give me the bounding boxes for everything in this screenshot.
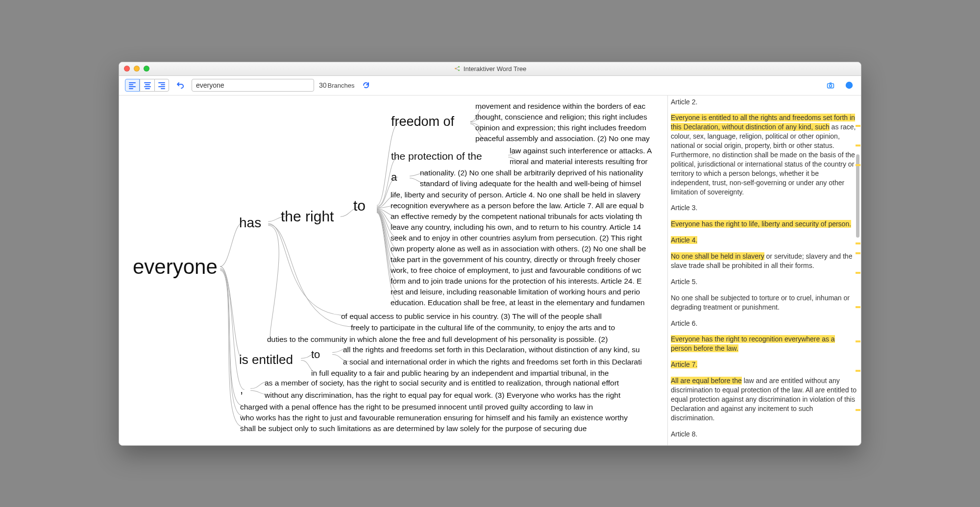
tree-node-a[interactable]: a bbox=[391, 171, 397, 184]
branches-indicator: 30 Branches bbox=[319, 81, 355, 89]
tree-root[interactable]: everyone bbox=[133, 255, 218, 279]
highlighted-text: All are equal before the bbox=[671, 377, 742, 385]
article-heading: Article 2. bbox=[671, 97, 857, 107]
tree-leaf[interactable]: in full equality to a fair and public he… bbox=[311, 369, 609, 378]
align-center-button[interactable] bbox=[140, 79, 154, 92]
info-button[interactable] bbox=[843, 79, 855, 91]
tree-leaf[interactable]: movement and residence within the border… bbox=[475, 102, 645, 111]
snapshot-button[interactable] bbox=[825, 79, 836, 91]
tree-node-to2[interactable]: to bbox=[311, 348, 320, 361]
tree-leaf[interactable]: seek and to enjoy in other countries asy… bbox=[391, 234, 642, 242]
tree-leaf[interactable]: without any discrimination, has the righ… bbox=[265, 391, 620, 400]
tree-leaf[interactable]: charged with a penal offence has the rig… bbox=[240, 403, 593, 411]
svg-point-4 bbox=[830, 85, 832, 87]
tree-node-is-entitled[interactable]: is entitled bbox=[239, 352, 293, 367]
word-tree-pane[interactable]: everyone has the right to freedom of the… bbox=[119, 96, 667, 445]
tree-leaf[interactable]: rest and leisure, including reasonable l… bbox=[391, 288, 640, 296]
tree-node-freedom-of[interactable]: freedom of bbox=[391, 114, 454, 129]
tree-leaf[interactable]: shall be subject only to such limitation… bbox=[240, 424, 587, 433]
svg-point-7 bbox=[849, 83, 850, 84]
toolbar: 30 Branches bbox=[119, 76, 861, 96]
tree-leaf[interactable]: work, to free choice of employment, to j… bbox=[391, 266, 641, 275]
window-titlebar: Interaktiver Word Tree bbox=[119, 62, 861, 76]
svg-rect-6 bbox=[849, 85, 850, 87]
window-title: Interaktiver Word Tree bbox=[464, 65, 526, 72]
context-text-pane[interactable]: Article 2. Everyone is entitled to all t… bbox=[667, 96, 861, 445]
tree-node-has[interactable]: has bbox=[239, 215, 261, 231]
article-heading: Article 6. bbox=[671, 319, 857, 328]
tree-leaf[interactable]: all the rights and freedoms set forth in… bbox=[343, 345, 640, 354]
article-heading: Article 4. bbox=[671, 236, 857, 245]
tree-leaf[interactable]: of equal access to public service in his… bbox=[341, 312, 602, 321]
article-body: All are equal before the law and are ent… bbox=[671, 376, 857, 422]
window-traffic-lights bbox=[124, 66, 149, 72]
align-button-group bbox=[125, 79, 169, 92]
tree-leaf[interactable]: take part in the government of his count… bbox=[391, 255, 640, 264]
tree-leaf[interactable]: a social and international order in whic… bbox=[343, 358, 642, 366]
article-body: Everyone has the right to life, liberty … bbox=[671, 219, 857, 229]
tree-node-the-right[interactable]: the right bbox=[281, 208, 334, 225]
app-logo-icon bbox=[454, 65, 461, 72]
tree-leaf[interactable]: an effective remedy by the competent nat… bbox=[391, 212, 642, 221]
tree-node-comma[interactable]: , bbox=[240, 384, 243, 396]
tree-leaf[interactable]: education. Education shall be free, at l… bbox=[391, 298, 645, 307]
branches-count: 30 bbox=[319, 81, 328, 89]
tree-leaf[interactable]: nationality. (2) No one shall be arbitra… bbox=[420, 169, 643, 177]
article-body: Everyone is entitled to all the rights a… bbox=[671, 113, 857, 196]
scroll-marker bbox=[856, 370, 860, 372]
tree-leaf[interactable]: as a member of society, has the right to… bbox=[265, 379, 619, 387]
search-input[interactable] bbox=[192, 79, 314, 92]
undo-button[interactable] bbox=[174, 79, 187, 92]
article-body: No one shall be held in slavery or servi… bbox=[671, 252, 857, 270]
refresh-button[interactable] bbox=[360, 79, 372, 92]
tree-node-protection-of[interactable]: the protection of the bbox=[391, 150, 482, 162]
highlighted-text: No one shall be held in slavery bbox=[671, 252, 764, 260]
tree-leaf[interactable]: thought, conscience and religion; this r… bbox=[475, 113, 647, 121]
tree-leaf[interactable]: own property alone as well as in associa… bbox=[391, 244, 646, 253]
highlighted-text: Everyone has the right to recognition ev… bbox=[671, 335, 835, 352]
tree-node-to[interactable]: to bbox=[353, 197, 366, 214]
tree-leaf[interactable]: duties to the community in which alone t… bbox=[267, 335, 608, 344]
align-right-button[interactable] bbox=[154, 79, 169, 92]
zoom-window-button[interactable] bbox=[144, 66, 149, 72]
branches-label: Branches bbox=[328, 82, 355, 89]
align-left-button[interactable] bbox=[125, 79, 140, 92]
close-window-button[interactable] bbox=[124, 66, 130, 72]
app-window: Interaktiver Word Tree 30 Branches bbox=[119, 62, 861, 446]
article-body: Everyone has the right to recognition ev… bbox=[671, 335, 857, 353]
scroll-marker bbox=[856, 272, 860, 274]
article-heading: Article 3. bbox=[671, 203, 857, 213]
article-heading: Article 7. bbox=[671, 360, 857, 369]
tree-leaf[interactable]: life, liberty and security of person. Ar… bbox=[391, 191, 640, 199]
tree-leaf[interactable]: leave any country, including his own, an… bbox=[391, 223, 641, 232]
highlighted-text: Everyone is entitled to all the rights a… bbox=[671, 114, 855, 131]
tree-leaf[interactable]: recognition everywhere as a person befor… bbox=[391, 201, 644, 210]
article-heading: Article 8. bbox=[671, 430, 857, 439]
tree-leaf[interactable]: freely to participate in the cultural li… bbox=[351, 323, 615, 332]
tree-leaf[interactable]: peaceful assembly and association. (2) N… bbox=[475, 134, 650, 143]
tree-leaf[interactable]: opinion and expression; this right inclu… bbox=[475, 123, 646, 132]
article-body: No one shall be subjected to torture or … bbox=[671, 293, 857, 312]
article-heading: Article 5. bbox=[671, 277, 857, 287]
tree-leaf[interactable]: standard of living adequate for the heal… bbox=[420, 179, 641, 188]
tree-leaf[interactable]: form and to join trade unions for the pr… bbox=[391, 277, 642, 286]
tree-leaf[interactable]: moral and material interests resulting f… bbox=[510, 157, 648, 166]
tree-leaf[interactable]: law against such interference or attacks… bbox=[510, 146, 652, 155]
minimize-window-button[interactable] bbox=[134, 66, 140, 72]
highlighted-text: Everyone has the right to life, liberty … bbox=[671, 220, 851, 228]
tree-leaf[interactable]: who works has the right to just and favo… bbox=[240, 413, 628, 422]
